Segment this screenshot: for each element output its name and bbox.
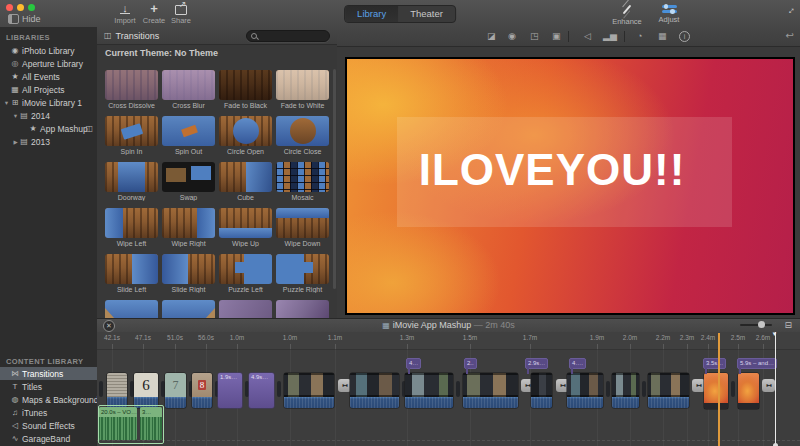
browser-scrollbar[interactable] <box>333 69 336 289</box>
color-correction-icon[interactable]: ◉ <box>508 31 516 42</box>
sidebar-item-2013[interactable]: ▶▤2013 <box>0 135 97 148</box>
title-badge[interactable]: 2.9s… <box>525 358 548 369</box>
selected-audio-group[interactable]: 20.0s – VO…3… <box>98 405 164 444</box>
video-clip[interactable] <box>612 373 639 408</box>
sidebar-item-app-mashup[interactable]: ★App Mashup◫ <box>0 122 97 135</box>
video-clip[interactable] <box>648 373 689 408</box>
background-clip[interactable] <box>704 373 728 409</box>
sidebar-item-iphoto-library[interactable]: ◉iPhoto Library <box>0 44 97 57</box>
create-button[interactable]: + Create <box>139 3 169 25</box>
undo-icon[interactable]: ↩ <box>786 30 794 41</box>
info-icon[interactable]: i <box>679 31 690 42</box>
sidebar-item-garageband[interactable]: ∿GarageBand <box>0 432 97 445</box>
close-project-icon[interactable]: ✕ <box>103 320 115 332</box>
transition-spin-out[interactable]: Spin Out <box>162 116 215 155</box>
timeline-ruler[interactable]: 42.1s47.1s51.0s56.0s1.0m1.0m1.1m1.3m1.5m… <box>97 332 800 350</box>
effects-icon[interactable]: ▦ <box>658 31 667 42</box>
title-clip[interactable]: 1.9s… <box>218 373 242 408</box>
disclosure-triangle[interactable]: ▼ <box>12 113 19 119</box>
video-clip[interactable] <box>567 373 603 408</box>
transition-wipe-left[interactable]: Wipe Left <box>105 208 158 247</box>
sidebar-item-transitions[interactable]: ⋈Transitions <box>0 367 97 380</box>
title-badge[interactable]: 5.9s – and… <box>737 358 777 369</box>
sidebar-item-all-events[interactable]: ★All Events <box>0 70 97 83</box>
video-clip[interactable] <box>284 373 334 408</box>
speed-icon[interactable]: ◔ <box>637 31 642 42</box>
transition-mosaic[interactable]: Mosaic <box>276 162 329 201</box>
transition-cross-dissolve[interactable]: Cross Dissolve <box>105 70 158 109</box>
volume-icon[interactable]: ◁ <box>584 31 591 42</box>
transition-puzzle-right[interactable]: Puzzle Right <box>276 254 329 293</box>
title-badge[interactable]: 2.. <box>464 358 477 369</box>
search-field[interactable] <box>246 30 330 42</box>
photo-clip[interactable]: 8 <box>192 373 212 408</box>
transition-spin-in[interactable]: Spin In <box>105 116 158 155</box>
transition-cross-blur[interactable]: Cross Blur <box>162 70 215 109</box>
sidebar-item-imovie-library-1[interactable]: ▼⊞iMovie Library 1 <box>0 96 97 109</box>
title-badge[interactable]: 3.5s… <box>703 358 726 369</box>
search-input[interactable] <box>261 31 327 43</box>
video-clip[interactable] <box>463 373 518 408</box>
transition-cube[interactable]: Cube <box>219 162 272 201</box>
title-clip[interactable]: 4.9s… <box>249 373 274 408</box>
sidebar-item-aperture-library[interactable]: ◎Aperture Library <box>0 57 97 70</box>
sidebar-item-maps-backgrounds[interactable]: ◍Maps & Backgrounds <box>0 393 97 406</box>
hide-button[interactable]: Hide <box>8 14 41 24</box>
sidebar-item-all-projects[interactable]: ▦All Projects <box>0 83 97 96</box>
transition-chip-icon[interactable]: ▸◂ <box>762 379 775 392</box>
photo-clip[interactable] <box>107 373 127 408</box>
transition-thumb-22[interactable] <box>219 300 272 318</box>
sidebar-item-2014[interactable]: ▼▤2014 <box>0 109 97 122</box>
title-badge[interactable]: 4… <box>406 358 421 369</box>
enhance-button[interactable]: Enhance <box>606 3 648 26</box>
transition-puzzle-left[interactable]: Puzzle Left <box>219 254 272 293</box>
transition-thumb-23[interactable] <box>276 300 329 318</box>
photo-clip[interactable]: 7 <box>165 373 186 408</box>
import-button[interactable]: ↓ Import <box>110 3 140 25</box>
share-button[interactable]: ↗ Share <box>166 3 196 25</box>
transition-circle-close[interactable]: Circle Close <box>276 116 329 155</box>
sidebar-item-sound-effects[interactable]: ◁Sound Effects <box>0 419 97 432</box>
timeline-zoom-slider[interactable] <box>740 324 772 326</box>
imovie-window: Hide ↓ Import + Create ↗ Share LibraryTh… <box>0 0 800 446</box>
adjust-button[interactable]: Adjust <box>648 3 690 24</box>
transition-wipe-up[interactable]: Wipe Up <box>219 208 272 247</box>
disclosure-triangle[interactable]: ▶ <box>12 139 19 145</box>
slider-thumb[interactable] <box>758 321 765 328</box>
clip-settings-icon[interactable]: ⊟ <box>784 320 792 330</box>
playhead[interactable] <box>718 333 720 446</box>
minimize-window-button[interactable] <box>17 4 24 11</box>
close-window-button[interactable] <box>6 4 13 11</box>
color-balance-icon[interactable]: ◪ <box>487 31 496 42</box>
title-badge[interactable]: 4…. <box>569 358 586 369</box>
sidebar-item-itunes[interactable]: ♫iTunes <box>0 406 97 419</box>
disclosure-triangle[interactable]: ▼ <box>3 100 10 106</box>
stabilization-icon[interactable]: ▣ <box>552 31 561 42</box>
sidebar-item-titles[interactable]: TTitles <box>0 380 97 393</box>
transition-thumb-21[interactable] <box>162 300 215 318</box>
voiceover-clip[interactable]: 3… <box>140 407 162 440</box>
tab-library[interactable]: Library <box>345 6 398 22</box>
transition-wipe-right[interactable]: Wipe Right <box>162 208 215 247</box>
video-clip[interactable] <box>405 373 453 408</box>
transition-slide-left[interactable]: Slide Left <box>105 254 158 293</box>
video-clip[interactable] <box>531 373 552 408</box>
transition-slide-right[interactable]: Slide Right <box>162 254 215 293</box>
skimmer[interactable]: ▼ <box>775 332 776 446</box>
audio-levels-icon[interactable]: ▂▅ <box>603 31 617 42</box>
background-clip[interactable] <box>738 373 759 409</box>
voiceover-clip[interactable]: 20.0s – VO… <box>99 407 137 440</box>
tab-theater[interactable]: Theater <box>398 6 455 22</box>
transition-wipe-down[interactable]: Wipe Down <box>276 208 329 247</box>
transition-swap[interactable]: Swap <box>162 162 215 201</box>
transition-fade-to-white[interactable]: Fade to White <box>276 70 329 109</box>
video-clip[interactable] <box>350 373 399 408</box>
transition-thumb-20[interactable] <box>105 300 158 318</box>
transition-circle-open[interactable]: Circle Open <box>219 116 272 155</box>
transition-fade-to-black[interactable]: Fade to Black <box>219 70 272 109</box>
zoom-window-button[interactable] <box>28 4 35 11</box>
transition-doorway[interactable]: Doorway <box>105 162 158 201</box>
crop-icon[interactable]: ◳ <box>530 31 539 42</box>
fullscreen-icon[interactable]: ↔ <box>783 2 798 17</box>
photo-clip[interactable]: 6 <box>134 373 158 408</box>
